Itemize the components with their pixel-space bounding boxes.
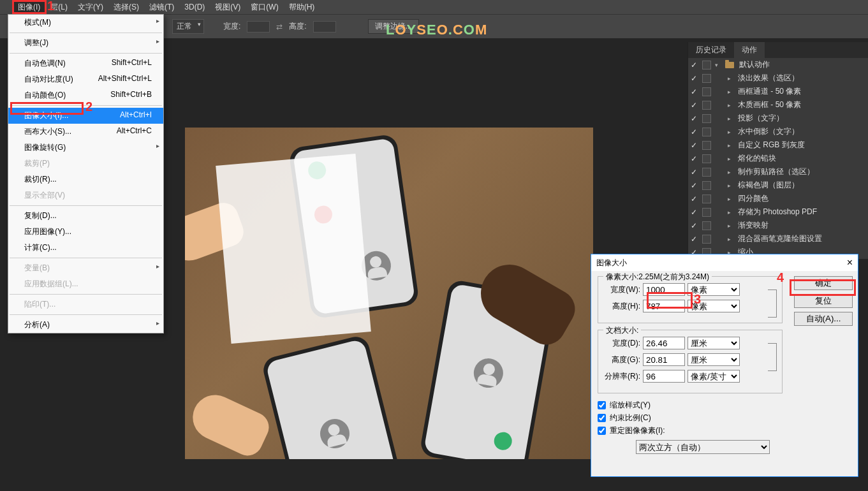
document-size-label: 文档大小: <box>603 325 641 336</box>
height-input[interactable] <box>313 21 336 33</box>
action-item[interactable]: ✓▸制作剪贴路径（选区） <box>688 165 868 179</box>
action-item[interactable]: ✓▸混合器画笔克隆绘图设置 <box>688 232 868 246</box>
resample-label: 重定图像像素(I): <box>610 425 665 436</box>
menu-window[interactable]: 窗口(W) <box>246 0 283 15</box>
tab-actions[interactable]: 动作 <box>734 42 765 58</box>
dialog-title: 图像大小 <box>596 258 627 268</box>
menu-help[interactable]: 帮助(H) <box>284 0 320 15</box>
hand <box>186 388 274 459</box>
accept-icon <box>492 430 513 451</box>
link-icon[interactable] <box>768 289 777 318</box>
action-set[interactable]: ✓▾默认动作 <box>688 58 868 71</box>
tab-history[interactable]: 历史记录 <box>688 42 734 58</box>
swap-icon[interactable]: ⇄ <box>276 22 283 31</box>
menu-filter[interactable]: 滤镜(T) <box>144 0 179 15</box>
callout-box-2 <box>10 102 84 115</box>
resample-method-select[interactable]: 两次立方（自动） <box>636 440 770 454</box>
menu-adjustments[interactable]: 调整(J) <box>8 35 163 51</box>
action-item[interactable]: ✓▸木质画框 - 50 像素 <box>688 98 868 112</box>
actions-list: ✓▾默认动作 ✓▸淡出效果（选区） ✓▸画框通道 - 50 像素 ✓▸木质画框 … <box>688 58 868 259</box>
action-item[interactable]: ✓▸自定义 RGB 到灰度 <box>688 138 868 152</box>
menu-3d[interactable]: 3D(D) <box>179 1 210 13</box>
document-canvas <box>185 128 593 459</box>
callout-1: 1 <box>47 0 54 13</box>
avatar-icon <box>471 356 505 390</box>
scale-styles-label: 缩放样式(Y) <box>610 400 651 411</box>
action-item[interactable]: ✓▸投影（文字） <box>688 112 868 125</box>
menu-apply-dataset: 应用数据组(L)... <box>8 276 163 292</box>
callout-box-1 <box>12 0 47 14</box>
callout-4: 4 <box>777 270 784 285</box>
doc-width-input[interactable] <box>643 337 685 349</box>
width-label: 宽度: <box>223 21 240 32</box>
link-icon[interactable] <box>768 343 777 371</box>
doc-height-input[interactable] <box>643 353 685 366</box>
blend-mode-select[interactable]: 正常▾ <box>172 19 204 34</box>
menu-apply-image[interactable]: 应用图像(Y)... <box>8 224 163 240</box>
height-label: 高度(H): <box>605 301 640 312</box>
actions-panel: 历史记录 动作 ✓▾默认动作 ✓▸淡出效果（选区） ✓▸画框通道 - 50 像素… <box>688 42 868 259</box>
watermark: LOYSEO.COM <box>386 22 487 38</box>
menu-analysis[interactable]: 分析(A) <box>8 317 163 333</box>
action-item[interactable]: ✓▸画框通道 - 50 像素 <box>688 85 868 98</box>
action-item[interactable]: ✓▸水中倒影（文字） <box>688 125 868 138</box>
doc-width-label: 宽度(D): <box>605 338 640 349</box>
resolution-unit[interactable]: 像素/英寸 <box>688 370 740 383</box>
action-item[interactable]: ✓▸熔化的铅块 <box>688 152 868 165</box>
callout-3: 3 <box>694 292 701 307</box>
resample-checkbox[interactable] <box>598 427 606 435</box>
action-item[interactable]: ✓▸渐变映射 <box>688 219 868 232</box>
constrain-label: 约束比例(C) <box>610 413 651 423</box>
menu-calculations[interactable]: 计算(C)... <box>8 240 163 256</box>
menu-crop: 裁剪(P) <box>8 156 163 172</box>
menu-mode[interactable]: 模式(M) <box>8 15 163 31</box>
menu-trim[interactable]: 裁切(R)... <box>8 172 163 187</box>
menu-image-rotation[interactable]: 图像旋转(G) <box>8 140 163 156</box>
menu-auto-contrast[interactable]: 自动对比度(U)Alt+Shift+Ctrl+L <box>8 71 163 87</box>
notepad <box>216 154 371 344</box>
menu-bar: 图像(I) 层(L) 文字(Y) 选择(S) 滤镜(T) 3D(D) 视图(V)… <box>0 0 868 14</box>
folder-icon <box>725 62 734 68</box>
menu-variables: 变量(B) <box>8 260 163 276</box>
blend-mode-value: 正常 <box>177 22 192 31</box>
callout-2: 2 <box>85 99 92 114</box>
resolution-input[interactable] <box>643 370 685 383</box>
width-label: 宽度(W): <box>605 284 640 295</box>
constrain-checkbox[interactable] <box>598 414 606 422</box>
doc-width-unit[interactable]: 厘米 <box>688 337 740 349</box>
doc-height-unit[interactable]: 厘米 <box>688 353 740 366</box>
scale-styles-checkbox[interactable] <box>598 401 606 409</box>
menu-view[interactable]: 视图(V) <box>210 0 246 15</box>
menu-auto-tone[interactable]: 自动色调(N)Shift+Ctrl+L <box>8 55 163 71</box>
height-label: 高度: <box>289 21 306 32</box>
action-item[interactable]: ✓▸四分颜色 <box>688 192 868 205</box>
callout-box-3 <box>647 292 693 309</box>
action-item[interactable]: ✓▸存储为 Photoshop PDF <box>688 205 868 219</box>
menu-trap: 陷印(T)... <box>8 297 163 312</box>
auto-button[interactable]: 自动(A)... <box>794 312 853 326</box>
menu-select[interactable]: 选择(S) <box>108 0 144 15</box>
callout-box-4 <box>790 279 856 296</box>
width-input[interactable] <box>247 21 270 33</box>
resolution-label: 分辨率(R): <box>605 371 640 382</box>
image-menu-dropdown: 模式(M) 调整(J) 自动色调(N)Shift+Ctrl+L 自动对比度(U)… <box>8 14 164 333</box>
doc-height-label: 高度(G): <box>605 355 640 365</box>
menu-duplicate[interactable]: 复制(D)... <box>8 208 163 224</box>
menu-reveal-all: 显示全部(V) <box>8 187 163 203</box>
action-item[interactable]: ✓▸棕褐色调（图层） <box>688 179 868 192</box>
close-icon[interactable]: × <box>847 257 853 268</box>
menu-type[interactable]: 文字(Y) <box>73 0 108 15</box>
reset-button[interactable]: 复位 <box>794 294 853 308</box>
pixel-dimensions-label: 像素大小:2.25M(之前为3.24M) <box>603 272 712 282</box>
avatar-icon <box>317 416 353 451</box>
menu-canvas-size[interactable]: 画布大小(S)...Alt+Ctrl+C <box>8 124 163 140</box>
action-item[interactable]: ✓▸淡出效果（选区） <box>688 71 868 85</box>
